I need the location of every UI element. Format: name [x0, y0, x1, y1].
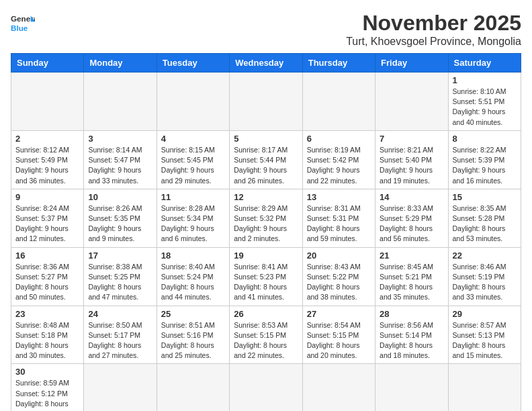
table-row: 15Sunrise: 8:35 AMSunset: 5:28 PMDayligh… [448, 189, 521, 247]
table-row: 6Sunrise: 8:19 AMSunset: 5:42 PMDaylight… [302, 130, 375, 189]
table-row [157, 73, 229, 131]
header-sunday: Sunday [11, 54, 84, 73]
table-row: 11Sunrise: 8:28 AMSunset: 5:34 PMDayligh… [157, 189, 229, 247]
table-row: 16Sunrise: 8:36 AMSunset: 5:27 PMDayligh… [11, 247, 84, 306]
table-row: 2Sunrise: 8:12 AMSunset: 5:49 PMDaylight… [11, 130, 84, 189]
table-row: 1Sunrise: 8:10 AMSunset: 5:51 PMDaylight… [448, 73, 521, 131]
table-row [230, 364, 302, 411]
table-row [302, 364, 375, 411]
header-wednesday: Wednesday [230, 54, 302, 73]
header-saturday: Saturday [448, 54, 521, 73]
table-row [11, 73, 84, 131]
table-row: 14Sunrise: 8:33 AMSunset: 5:29 PMDayligh… [375, 189, 448, 247]
table-row [375, 364, 448, 411]
table-row [448, 364, 521, 411]
subtitle: Turt, Khoevsgoel Province, Mongolia [346, 36, 521, 48]
header-thursday: Thursday [302, 54, 375, 73]
table-row: 30Sunrise: 8:59 AMSunset: 5:12 PMDayligh… [11, 364, 84, 411]
main-title: November 2025 [346, 11, 521, 36]
table-row: 27Sunrise: 8:54 AMSunset: 5:15 PMDayligh… [302, 306, 375, 364]
table-row: 25Sunrise: 8:51 AMSunset: 5:16 PMDayligh… [157, 306, 229, 364]
title-area: November 2025 Turt, Khoevsgoel Province,… [346, 11, 521, 48]
table-row: 20Sunrise: 8:43 AMSunset: 5:22 PMDayligh… [302, 247, 375, 306]
weekday-header-row: Sunday Monday Tuesday Wednesday Thursday… [11, 54, 521, 73]
table-row: 29Sunrise: 8:57 AMSunset: 5:13 PMDayligh… [448, 306, 521, 364]
table-row: 17Sunrise: 8:38 AMSunset: 5:25 PMDayligh… [84, 247, 157, 306]
logo-icon: General Blue [11, 11, 35, 35]
svg-text:Blue: Blue [11, 24, 28, 32]
table-row [375, 73, 448, 131]
table-row: 13Sunrise: 8:31 AMSunset: 5:31 PMDayligh… [302, 189, 375, 247]
table-row: 9Sunrise: 8:24 AMSunset: 5:37 PMDaylight… [11, 189, 84, 247]
table-row: 4Sunrise: 8:15 AMSunset: 5:45 PMDaylight… [157, 130, 229, 189]
table-row [230, 73, 302, 131]
page-header: General Blue November 2025 Turt, Khoevsg… [11, 11, 521, 48]
table-row: 28Sunrise: 8:56 AMSunset: 5:14 PMDayligh… [375, 306, 448, 364]
table-row: 21Sunrise: 8:45 AMSunset: 5:21 PMDayligh… [375, 247, 448, 306]
table-row: 8Sunrise: 8:22 AMSunset: 5:39 PMDaylight… [448, 130, 521, 189]
table-row [84, 73, 157, 131]
logo: General Blue [11, 11, 35, 35]
table-row: 12Sunrise: 8:29 AMSunset: 5:32 PMDayligh… [230, 189, 302, 247]
table-row [302, 73, 375, 131]
table-row: 23Sunrise: 8:48 AMSunset: 5:18 PMDayligh… [11, 306, 84, 364]
table-row [84, 364, 157, 411]
table-row: 24Sunrise: 8:50 AMSunset: 5:17 PMDayligh… [84, 306, 157, 364]
header-friday: Friday [375, 54, 448, 73]
calendar-table: Sunday Monday Tuesday Wednesday Thursday… [11, 53, 521, 411]
table-row: 18Sunrise: 8:40 AMSunset: 5:24 PMDayligh… [157, 247, 229, 306]
table-row: 5Sunrise: 8:17 AMSunset: 5:44 PMDaylight… [230, 130, 302, 189]
header-monday: Monday [84, 54, 157, 73]
table-row: 3Sunrise: 8:14 AMSunset: 5:47 PMDaylight… [84, 130, 157, 189]
header-tuesday: Tuesday [157, 54, 229, 73]
table-row: 7Sunrise: 8:21 AMSunset: 5:40 PMDaylight… [375, 130, 448, 189]
table-row [157, 364, 229, 411]
table-row: 22Sunrise: 8:46 AMSunset: 5:19 PMDayligh… [448, 247, 521, 306]
table-row: 19Sunrise: 8:41 AMSunset: 5:23 PMDayligh… [230, 247, 302, 306]
table-row: 26Sunrise: 8:53 AMSunset: 5:15 PMDayligh… [230, 306, 302, 364]
table-row: 10Sunrise: 8:26 AMSunset: 5:35 PMDayligh… [84, 189, 157, 247]
